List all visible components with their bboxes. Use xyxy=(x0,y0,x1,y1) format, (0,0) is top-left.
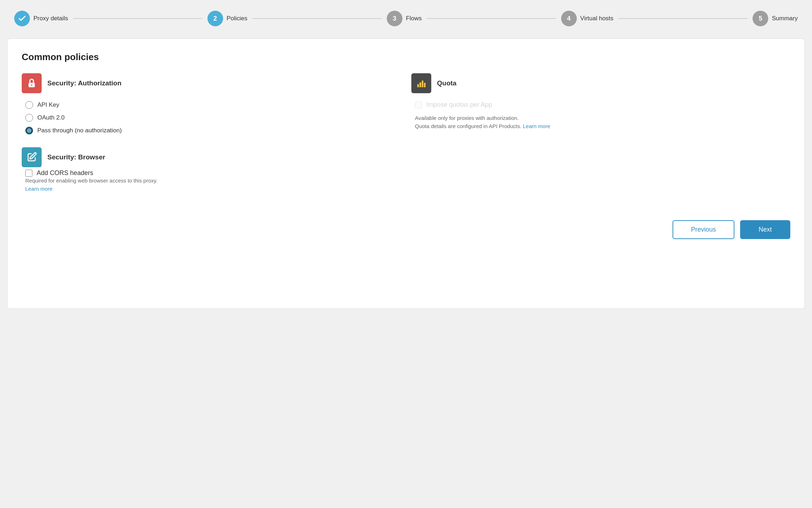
step-5-label: Summary xyxy=(772,15,798,22)
security-authorization-header: Security: Authorization xyxy=(22,73,401,93)
security-browser-header: Security: Browser xyxy=(22,147,790,167)
radio-pass-through-label: Pass through (no authorization) xyxy=(37,127,122,134)
security-authorization-section: Security: Authorization API Key OAuth 2.… xyxy=(22,73,401,134)
step-4-label: Virtual hosts xyxy=(580,15,613,22)
quota-checkbox-group: Impose quotas per App xyxy=(411,101,790,109)
connector-4-5 xyxy=(618,18,748,19)
step-2-number: 2 xyxy=(213,15,217,22)
quota-learn-more-link[interactable]: Learn more xyxy=(523,123,550,129)
quota-help-text: Available only for proxies with authoriz… xyxy=(411,114,790,130)
security-authorization-label: Security: Authorization xyxy=(47,79,121,87)
step-virtual-hosts: 4 Virtual hosts xyxy=(561,11,613,26)
radio-oauth2-label: OAuth 2.0 xyxy=(37,114,65,121)
impose-quotas-checkbox[interactable] xyxy=(415,101,422,109)
svg-rect-5 xyxy=(424,83,426,88)
security-browser-label: Security: Browser xyxy=(47,153,105,161)
connector-2-3 xyxy=(252,18,381,19)
radio-oauth2[interactable]: OAuth 2.0 xyxy=(25,114,401,122)
step-1-circle xyxy=(14,11,30,26)
step-5-number: 5 xyxy=(759,15,762,22)
previous-button[interactable]: Previous xyxy=(673,220,734,239)
radio-pass-through[interactable]: Pass through (no authorization) xyxy=(25,127,401,134)
impose-quotas-label: Impose quotas per App xyxy=(426,101,492,109)
step-5-circle: 5 xyxy=(753,11,768,26)
svg-point-1 xyxy=(31,84,32,86)
step-3-circle: 3 xyxy=(387,11,402,26)
connector-3-4 xyxy=(427,18,556,19)
next-button[interactable]: Next xyxy=(740,220,790,239)
step-flows: 3 Flows xyxy=(387,11,422,26)
quota-label: Quota xyxy=(437,79,457,87)
radio-pass-through-input[interactable] xyxy=(25,127,33,134)
step-4-circle: 4 xyxy=(561,11,577,26)
browser-checkbox-group: Add CORS headers xyxy=(22,169,790,177)
quota-icon xyxy=(411,73,431,93)
quota-header: Quota xyxy=(411,73,790,93)
impose-quotas-checkbox-item[interactable]: Impose quotas per App xyxy=(415,101,790,109)
browser-help-text: Required for enabling web browser access… xyxy=(22,177,790,185)
security-browser-section: Security: Browser Add CORS headers Requi… xyxy=(22,147,790,192)
quota-section: Quota Impose quotas per App Available on… xyxy=(411,73,790,134)
step-4-number: 4 xyxy=(567,15,571,22)
cors-checkbox[interactable] xyxy=(25,170,32,177)
step-policies: 2 Policies xyxy=(207,11,248,26)
svg-rect-3 xyxy=(420,83,421,88)
step-1-label: Proxy details xyxy=(33,15,68,22)
browser-learn-more-link[interactable]: Learn more xyxy=(22,186,790,192)
cors-label: Add CORS headers xyxy=(37,169,93,177)
svg-rect-4 xyxy=(422,81,423,88)
step-proxy-details: Proxy details xyxy=(14,11,68,26)
step-2-label: Policies xyxy=(227,15,248,22)
step-3-label: Flows xyxy=(406,15,422,22)
authorization-radio-group: API Key OAuth 2.0 Pass through (no autho… xyxy=(22,101,401,134)
button-row: Previous Next xyxy=(22,213,790,239)
security-browser-icon xyxy=(22,147,42,167)
step-summary: 5 Summary xyxy=(753,11,798,26)
page-title: Common policies xyxy=(22,52,790,63)
security-authorization-icon xyxy=(22,73,42,93)
radio-api-key-input[interactable] xyxy=(25,101,33,109)
step-3-number: 3 xyxy=(393,15,396,22)
cors-checkbox-item[interactable]: Add CORS headers xyxy=(25,169,790,177)
policies-grid: Security: Authorization API Key OAuth 2.… xyxy=(22,73,790,134)
radio-api-key[interactable]: API Key xyxy=(25,101,401,109)
radio-oauth2-input[interactable] xyxy=(25,114,33,122)
stepper: Proxy details 2 Policies 3 Flows 4 Virtu… xyxy=(7,7,805,30)
radio-api-key-label: API Key xyxy=(37,101,59,109)
main-card: Common policies Security: Authorization xyxy=(7,38,805,309)
connector-1-2 xyxy=(73,18,202,19)
step-2-circle: 2 xyxy=(207,11,223,26)
svg-rect-2 xyxy=(417,84,419,88)
